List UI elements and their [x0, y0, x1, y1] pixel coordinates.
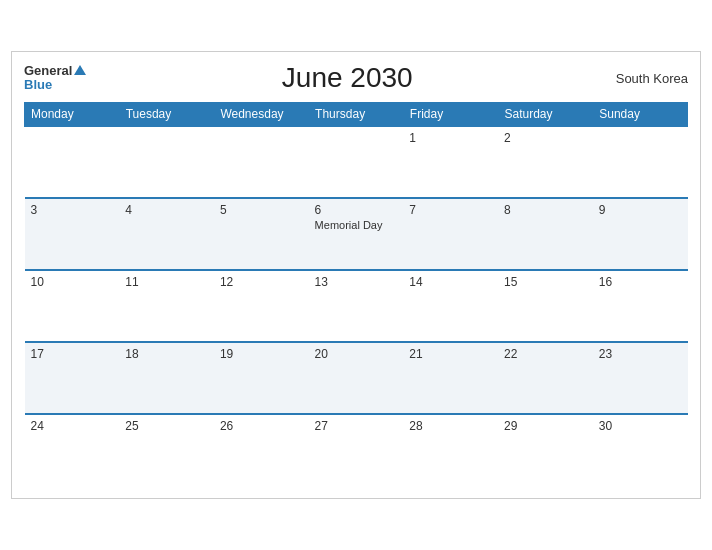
day-event: Memorial Day — [315, 219, 398, 231]
calendar-cell: 17 — [25, 342, 120, 414]
calendar-country: South Korea — [608, 71, 688, 86]
cell-content: 6Memorial Day — [315, 203, 398, 231]
day-number: 6 — [315, 203, 398, 217]
calendar-cell: 28 — [403, 414, 498, 486]
day-number: 30 — [599, 419, 682, 433]
day-number: 24 — [31, 419, 114, 433]
day-number: 25 — [125, 419, 208, 433]
calendar-cell: 21 — [403, 342, 498, 414]
day-number: 20 — [315, 347, 398, 361]
calendar-cell — [214, 126, 309, 198]
day-number: 11 — [125, 275, 208, 289]
calendar-cell: 10 — [25, 270, 120, 342]
calendar-cell: 24 — [25, 414, 120, 486]
calendar-cell — [593, 126, 688, 198]
cell-content: 19 — [220, 347, 303, 361]
weekday-header-thursday: Thursday — [309, 103, 404, 127]
cell-content: 17 — [31, 347, 114, 361]
calendar-cell: 2 — [498, 126, 593, 198]
cell-content: 28 — [409, 419, 492, 433]
calendar-week-row: 3456Memorial Day789 — [25, 198, 688, 270]
calendar-week-row: 17181920212223 — [25, 342, 688, 414]
calendar-cell: 8 — [498, 198, 593, 270]
cell-content: 24 — [31, 419, 114, 433]
calendar-grid: MondayTuesdayWednesdayThursdayFridaySatu… — [24, 102, 688, 486]
calendar-cell: 25 — [119, 414, 214, 486]
day-number: 16 — [599, 275, 682, 289]
calendar-container: General Blue June 2030 South Korea Monda… — [11, 51, 701, 499]
cell-content: 22 — [504, 347, 587, 361]
logo-general-text: General — [24, 64, 72, 78]
calendar-cell: 13 — [309, 270, 404, 342]
day-number: 5 — [220, 203, 303, 217]
day-number: 27 — [315, 419, 398, 433]
cell-content: 3 — [31, 203, 114, 217]
weekday-header-wednesday: Wednesday — [214, 103, 309, 127]
day-number: 19 — [220, 347, 303, 361]
day-number: 18 — [125, 347, 208, 361]
calendar-cell: 6Memorial Day — [309, 198, 404, 270]
logo-blue-text: Blue — [24, 78, 86, 92]
day-number: 22 — [504, 347, 587, 361]
calendar-cell: 29 — [498, 414, 593, 486]
calendar-cell: 3 — [25, 198, 120, 270]
calendar-cell: 9 — [593, 198, 688, 270]
cell-content: 20 — [315, 347, 398, 361]
weekday-header-row: MondayTuesdayWednesdayThursdayFridaySatu… — [25, 103, 688, 127]
cell-content: 16 — [599, 275, 682, 289]
cell-content: 18 — [125, 347, 208, 361]
calendar-cell — [119, 126, 214, 198]
calendar-cell: 26 — [214, 414, 309, 486]
calendar-week-row: 10111213141516 — [25, 270, 688, 342]
day-number: 14 — [409, 275, 492, 289]
cell-content: 27 — [315, 419, 398, 433]
calendar-cell: 5 — [214, 198, 309, 270]
calendar-week-row: 12 — [25, 126, 688, 198]
day-number: 15 — [504, 275, 587, 289]
day-number: 9 — [599, 203, 682, 217]
calendar-cell: 27 — [309, 414, 404, 486]
cell-content: 30 — [599, 419, 682, 433]
calendar-header: General Blue June 2030 South Korea — [24, 62, 688, 94]
cell-content: 7 — [409, 203, 492, 217]
cell-content: 12 — [220, 275, 303, 289]
cell-content: 25 — [125, 419, 208, 433]
day-number: 2 — [504, 131, 587, 145]
day-number: 13 — [315, 275, 398, 289]
calendar-cell: 18 — [119, 342, 214, 414]
calendar-cell: 14 — [403, 270, 498, 342]
weekday-header-sunday: Sunday — [593, 103, 688, 127]
day-number: 12 — [220, 275, 303, 289]
weekday-header-friday: Friday — [403, 103, 498, 127]
calendar-week-row: 24252627282930 — [25, 414, 688, 486]
calendar-cell: 7 — [403, 198, 498, 270]
calendar-cell: 11 — [119, 270, 214, 342]
day-number: 8 — [504, 203, 587, 217]
day-number: 28 — [409, 419, 492, 433]
day-number: 10 — [31, 275, 114, 289]
day-number: 17 — [31, 347, 114, 361]
cell-content: 29 — [504, 419, 587, 433]
calendar-cell: 30 — [593, 414, 688, 486]
calendar-cell: 20 — [309, 342, 404, 414]
cell-content: 5 — [220, 203, 303, 217]
day-number: 29 — [504, 419, 587, 433]
weekday-header-saturday: Saturday — [498, 103, 593, 127]
cell-content: 21 — [409, 347, 492, 361]
logo-triangle-icon — [74, 65, 86, 75]
calendar-cell: 19 — [214, 342, 309, 414]
cell-content: 9 — [599, 203, 682, 217]
calendar-cell: 22 — [498, 342, 593, 414]
day-number: 1 — [409, 131, 492, 145]
day-number: 23 — [599, 347, 682, 361]
calendar-cell: 4 — [119, 198, 214, 270]
cell-content: 4 — [125, 203, 208, 217]
cell-content: 15 — [504, 275, 587, 289]
weekday-header-monday: Monday — [25, 103, 120, 127]
cell-content: 2 — [504, 131, 587, 145]
day-number: 4 — [125, 203, 208, 217]
calendar-cell: 15 — [498, 270, 593, 342]
day-number: 21 — [409, 347, 492, 361]
calendar-cell — [25, 126, 120, 198]
calendar-cell — [309, 126, 404, 198]
